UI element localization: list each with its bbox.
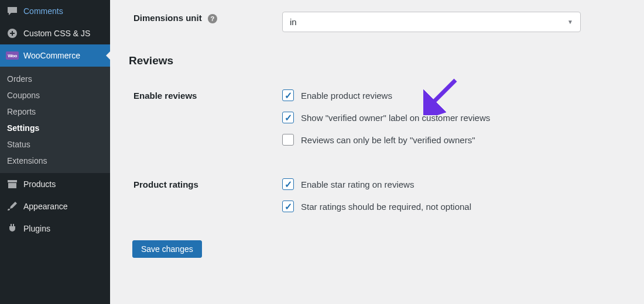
sidebar-item-label: WooCommerce xyxy=(23,51,80,60)
sidebar-item-plugins[interactable]: Plugins xyxy=(0,217,110,240)
sidebar-sub-reports[interactable]: Reports xyxy=(0,103,110,120)
save-changes-button[interactable]: Save changes xyxy=(132,240,202,258)
sidebar-sub-coupons[interactable]: Coupons xyxy=(0,87,110,103)
checkbox-icon[interactable] xyxy=(282,134,294,146)
brush-icon xyxy=(6,200,19,213)
archive-icon xyxy=(6,178,19,191)
settings-form-table: Dimensions unit ? in ▼ Reviews Enable re… xyxy=(122,0,632,234)
verified-owner-label-option[interactable]: ✓ Show "verified owner" label on custome… xyxy=(282,112,625,123)
settings-content: Dimensions unit ? in ▼ Reviews Enable re… xyxy=(110,0,644,304)
sidebar-item-comments[interactable]: Comments xyxy=(0,0,110,22)
sidebar-item-custom-css-js[interactable]: Custom CSS & JS xyxy=(0,22,110,44)
woo-icon: Woo xyxy=(6,49,19,62)
checkbox-icon[interactable]: ✓ xyxy=(282,112,294,123)
sidebar-item-label: Plugins xyxy=(23,224,50,233)
select-value: in xyxy=(290,17,297,27)
sidebar-sub-orders[interactable]: Orders xyxy=(0,71,110,87)
chevron-down-icon: ▼ xyxy=(567,19,573,25)
dimensions-unit-label: Dimensions unit ? xyxy=(123,1,275,43)
plug-icon xyxy=(6,222,19,235)
sidebar-item-label: Products xyxy=(23,179,56,189)
checkbox-icon[interactable]: ✓ xyxy=(282,89,294,101)
sidebar-item-woocommerce[interactable]: Woo WooCommerce xyxy=(0,44,110,67)
sidebar-item-label: Custom CSS & JS xyxy=(23,29,90,38)
enable-star-rating-option[interactable]: ✓ Enable star rating on reviews xyxy=(282,178,625,190)
admin-sidebar: Comments Custom CSS & JS Woo WooCommerce… xyxy=(0,0,110,304)
sidebar-sub-settings[interactable]: Settings xyxy=(0,120,110,136)
checkbox-icon[interactable]: ✓ xyxy=(282,201,294,212)
sidebar-item-label: Comments xyxy=(23,6,63,16)
sidebar-item-appearance[interactable]: Appearance xyxy=(0,195,110,217)
sidebar-sub-extensions[interactable]: Extensions xyxy=(0,153,110,169)
verified-owners-only-option[interactable]: Reviews can only be left by "verified ow… xyxy=(282,134,625,146)
star-ratings-required-option[interactable]: ✓ Star ratings should be required, not o… xyxy=(282,201,625,212)
comment-icon xyxy=(6,5,19,18)
sidebar-item-label: Appearance xyxy=(23,202,68,211)
dimensions-unit-select[interactable]: in ▼ xyxy=(282,12,581,32)
sidebar-item-products[interactable]: Products xyxy=(0,173,110,195)
product-ratings-fieldset: ✓ Enable star rating on reviews ✓ Star r… xyxy=(282,178,625,223)
sidebar-submenu-woocommerce: Orders Coupons Reports Settings Status E… xyxy=(0,67,110,173)
help-icon[interactable]: ? xyxy=(208,14,217,23)
checkbox-icon[interactable]: ✓ xyxy=(282,178,294,190)
enable-product-reviews-option[interactable]: ✓ Enable product reviews xyxy=(282,89,625,101)
sidebar-sub-status[interactable]: Status xyxy=(0,136,110,153)
enable-reviews-fieldset: ✓ Enable product reviews ✓ Show "verifie… xyxy=(282,89,625,156)
enable-reviews-label: Enable reviews xyxy=(123,79,275,167)
reviews-heading: Reviews xyxy=(123,44,631,78)
plus-circle-icon xyxy=(6,27,19,40)
product-ratings-label: Product ratings xyxy=(123,168,275,233)
